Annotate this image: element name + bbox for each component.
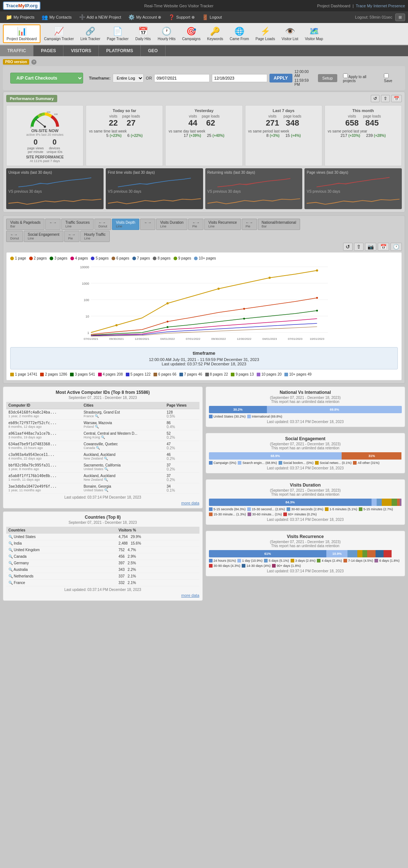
tab-arrow-2[interactable]: ←→Donut — [94, 219, 111, 230]
tab-arrow-1[interactable]: ←→ — [45, 219, 61, 230]
this-month-visits: visits 658 — [345, 114, 359, 128]
tab-arrow-6[interactable]: ←→Donut — [6, 231, 23, 242]
this-month-stats: visits 658 page loads 845 — [328, 114, 399, 128]
chart-screenshot-button[interactable]: 📷 — [365, 243, 376, 251]
chart-clock-button[interactable]: 🕐 — [390, 243, 402, 251]
table-row[interactable]: 3ae3db8a10472e49f6f... 1 year, 11 months… — [6, 483, 199, 494]
tab-pages[interactable]: PAGES — [34, 45, 63, 56]
icon-nav-campaign-tracker[interactable]: 📈 Campaign Tracker — [41, 25, 77, 42]
list-item[interactable]: 🔍 Netherlands 337 2.1% — [6, 573, 199, 580]
logo[interactable]: TraceMyIP.org — [3, 1, 40, 10]
tab-visits-pageloads[interactable]: Visits & Pageloads Bar — [6, 219, 44, 230]
rec-seg1: 61% — [209, 550, 327, 557]
rec-leg-3: 5 days (5.1%) — [264, 559, 289, 562]
nav-logout[interactable]: 🚪Logout — [199, 13, 225, 22]
icon-nav-link-tracker[interactable]: 🔗 Link Tracker — [78, 25, 103, 42]
tab-traffic[interactable]: TRAFFIC — [0, 45, 34, 56]
tab-arrow-3[interactable]: ←→ — [140, 219, 155, 230]
date-from-input[interactable] — [154, 74, 210, 82]
svg-text:1: 1 — [87, 331, 89, 335]
tab-arrow-5[interactable]: ←→Pie — [242, 219, 257, 230]
list-item[interactable]: 🔍 France 332 2.1% — [6, 580, 199, 586]
most-active-more-data[interactable]: more data — [6, 501, 199, 505]
icon-nav-visitor-list[interactable]: 👁️ Visitor List — [279, 25, 301, 42]
tab-platforms[interactable]: PLATFORMS — [99, 45, 141, 56]
tab-social-engagement[interactable]: Social EngagementLine — [24, 231, 63, 242]
table-row[interactable]: bbf82c98a79c995fa31... 1 year, 8 months … — [6, 462, 199, 473]
national-vs-international-box: National Vs International (September 07,… — [206, 387, 405, 427]
chart-calendar-button[interactable]: 📅 — [378, 243, 389, 251]
chart-share-button[interactable]: ⇧ — [354, 243, 364, 251]
list-item[interactable]: 🔍 United States 4,754 29.9% — [6, 534, 199, 540]
nav-add-project[interactable]: ➕Add a NEW Project — [76, 13, 124, 22]
list-item[interactable]: 🔍 Canada 456 2.9% — [6, 553, 199, 560]
list-item[interactable]: 🔍 India 2,488 15.6% — [6, 540, 199, 547]
visits-recurrence-bar: 61% 10.9% — [209, 550, 402, 557]
nav-bar: 📁My Projects 👥My Contacts ➕Add a NEW Pro… — [0, 11, 408, 23]
tab-traffic-sources[interactable]: Traffic SourcesLine — [61, 219, 94, 230]
tab-hourly-traffic[interactable]: Hourly TrafficLine — [80, 231, 110, 242]
icon-nav-project-dashboard[interactable]: 📊 Project Dashboard — [3, 24, 40, 43]
visits-recurrence-subtitle: (September 07, 2021 - December 18, 2023)… — [209, 540, 402, 548]
chart-refresh-button[interactable]: ↺ — [343, 243, 353, 251]
icon-nav-came-from[interactable]: 🌐 Came From — [227, 25, 252, 42]
setup-button[interactable]: Setup — [318, 74, 337, 82]
most-active-last-updated: Last updated: 03:37:14 PM December 18, 2… — [6, 495, 199, 499]
icon-nav-page-tracker[interactable]: 📄 Page Tracker — [104, 25, 131, 42]
tab-visits-depth[interactable]: Visits DepthLine — [112, 219, 139, 230]
save-checkbox[interactable] — [384, 73, 389, 78]
list-item[interactable]: 🔍 Australia 343 2.2% — [6, 566, 199, 573]
visits-recurrence-box: Visits Recurrence (September 07, 2021 - … — [206, 531, 405, 576]
apply-button[interactable]: APPLY — [269, 74, 292, 82]
main-tabs: TRAFFIC PAGES VISITORS PLATFORMS GEO — [0, 45, 408, 56]
tab-arrow-7[interactable]: ←→Pie — [64, 231, 79, 242]
list-item[interactable]: 🔍 United Kingdom 752 4.7% — [6, 547, 199, 553]
list-item[interactable]: 🔍 Germany 397 2.5% — [6, 560, 199, 566]
tab-arrow-4[interactable]: ←→Pie — [188, 219, 203, 230]
table-row[interactable]: a5ab8f1ff176b140e8b... 1 month, 11 days … — [6, 473, 199, 483]
table-row[interactable]: 634ad7be9f1d7483360... 9 months, 23 hour… — [6, 441, 199, 452]
tab-visits-duration[interactable]: Visits DurationLine — [156, 219, 187, 230]
table-row[interactable]: eb89c72f9772ef52cfc... 8 months, 12 days… — [6, 420, 199, 430]
table-row[interactable]: 83dc64168fc4a8c24ba... 1 year, 2 months … — [6, 409, 199, 420]
apply-all-checkbox[interactable] — [343, 73, 348, 78]
tab-visits-recurrence[interactable]: Visits RecurrenceLine — [204, 219, 241, 230]
nav-my-contacts[interactable]: 👥My Contacts — [39, 13, 74, 22]
tab-visitors[interactable]: VISITORS — [63, 45, 99, 56]
nav-support[interactable]: ❓Support ⊕ — [166, 13, 198, 22]
today-visits: visits 22 — [109, 114, 118, 128]
svg-text:12/30/2021: 12/30/2021 — [135, 337, 149, 341]
share-button[interactable]: ⇧ — [381, 95, 390, 102]
timeframe-select[interactable]: Entire Log — [113, 74, 144, 82]
sparkline-unique-visits: Unique visits (last 30 days) VS previous… — [6, 168, 104, 209]
icon-nav-keywords[interactable]: 🔑 Keywords — [204, 25, 226, 42]
icon-nav-visitor-map[interactable]: 🗺️ Visitor Map — [302, 25, 326, 42]
svg-text:04/01/2023: 04/01/2023 — [262, 337, 277, 341]
nav-my-account[interactable]: ⚙️My Account ⊕ — [125, 13, 164, 22]
project-select[interactable]: AiP Cart Checkouts — [10, 73, 83, 84]
icon-nav-page-loads[interactable]: ⚡ Page Loads — [253, 25, 278, 42]
save-label[interactable]: Save — [384, 73, 398, 83]
grid-button[interactable]: ⊞ — [395, 14, 405, 21]
nav-my-projects[interactable]: 📁My Projects — [3, 13, 37, 22]
calendar-button[interactable]: 📅 — [391, 95, 402, 102]
gauge-svg: 0 70 100 130 — [28, 108, 61, 128]
pro-info-icon[interactable]: ? — [31, 59, 36, 65]
table-row[interactable]: c3a903a4a9543ece11... 4 months, 22 days … — [6, 452, 199, 462]
duration-seg2 — [372, 499, 377, 506]
time-range: 12:00:00 AM 11:59:59 PM — [295, 70, 312, 87]
icon-nav-campaigns[interactable]: 🎯 Campaigns — [179, 25, 203, 42]
apply-all-label[interactable]: Apply to all projects — [343, 73, 380, 83]
refresh-button[interactable]: ↺ — [371, 95, 380, 102]
data-legend-2pages: 2 pages 1286 — [40, 372, 67, 376]
tab-national-international[interactable]: National/InternationalBar — [258, 219, 300, 230]
icon-nav-hourly-hits[interactable]: 🕐 Hourly Hits — [155, 25, 178, 42]
yesterday-vs: vs same day last week — [168, 129, 239, 133]
rec-seg5 — [362, 550, 367, 557]
countries-title: Countries (Top 8) — [6, 515, 199, 520]
countries-more-data[interactable]: more data — [6, 593, 199, 598]
tab-geo[interactable]: GEO — [141, 45, 166, 56]
icon-nav-daily-hits[interactable]: 📅 Daily Hits — [132, 25, 154, 42]
date-to-input[interactable] — [212, 74, 267, 82]
table-row[interactable]: a961aaf448ac7a1ce7b... 3 months, 19 days… — [6, 430, 199, 441]
